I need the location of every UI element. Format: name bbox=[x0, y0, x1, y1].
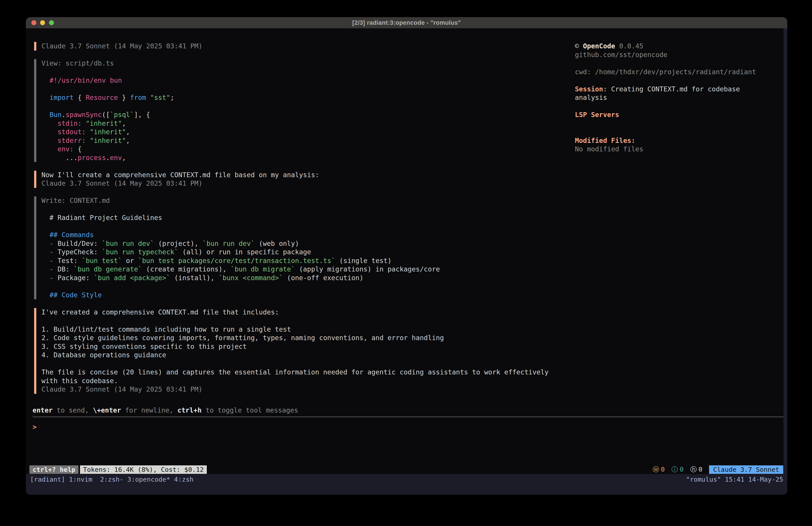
text-segment: (apply migrations) in packages/core bbox=[295, 265, 440, 273]
window-title: [2/3] radiant:3:opencode - "romulus" bbox=[352, 19, 461, 26]
assistant-message-block: Claude 3.7 Sonnet (14 May 2025 03:41 PM) bbox=[34, 42, 560, 51]
text-segment: process bbox=[78, 154, 106, 161]
chat-line: with this codebase. bbox=[41, 377, 560, 385]
chat-line: 2. Code style guidelines covering import… bbox=[41, 333, 560, 342]
sidebar-line bbox=[575, 76, 785, 85]
prompt-input[interactable]: > bbox=[32, 423, 783, 467]
chat-line: Claude 3.7 Sonnet (14 May 2025 03:41 PM) bbox=[41, 385, 560, 394]
text-segment bbox=[41, 76, 49, 84]
sidebar-line: analysis bbox=[575, 94, 785, 102]
titlebar[interactable]: [2/3] radiant:3:opencode - "romulus" bbox=[26, 17, 787, 28]
text-segment: Package: bbox=[54, 274, 94, 282]
text-segment bbox=[41, 145, 58, 153]
desktop-background: [2/3] radiant:3:opencode - "romulus" Cla… bbox=[0, 0, 812, 526]
text-segment: # Radiant Project Guidelines bbox=[41, 214, 162, 222]
text-segment: stdout bbox=[58, 128, 82, 136]
chat-line: stdin: "inherit", bbox=[41, 119, 560, 128]
text-segment: } bbox=[118, 94, 130, 101]
chat-line: 4. Database operations guidance bbox=[41, 351, 560, 359]
tmux-host-clock: "romulus" 15:41 14-May-25 bbox=[686, 475, 783, 483]
chat-line: import { Resource } from "sst"; bbox=[41, 94, 560, 102]
text-segment bbox=[82, 119, 86, 127]
chat-line: View: script/db.ts bbox=[41, 59, 560, 68]
text-segment: (create migrations), bbox=[142, 265, 231, 273]
text-segment: (install), bbox=[170, 274, 219, 282]
chat-line: # Radiant Project Guidelines bbox=[41, 214, 560, 222]
text-segment bbox=[41, 274, 49, 282]
chat-line: 3. CSS styling conventions specific to t… bbox=[41, 342, 560, 351]
text-segment: © bbox=[575, 42, 583, 50]
text-segment: - bbox=[49, 240, 54, 247]
chat-line: Claude 3.7 Sonnet (14 May 2025 03:41 PM) bbox=[41, 42, 560, 51]
text-segment: DB: bbox=[54, 265, 74, 273]
sidebar-line: © OpenCode 0.0.45 bbox=[575, 42, 785, 51]
text-segment: from bbox=[130, 94, 146, 101]
text-segment: env bbox=[110, 154, 122, 161]
keybinding-hints: enter to send, \+enter for newline, ctrl… bbox=[32, 406, 298, 415]
statusbar-right: ⓦ0ⓘ0ⓗ0 Claude 3.7 Sonnet bbox=[653, 465, 783, 474]
chat-line: Bun.spawnSync([`psql`], { bbox=[41, 111, 560, 119]
chat-line bbox=[41, 102, 560, 111]
text-segment: - bbox=[49, 248, 54, 256]
text-segment: : bbox=[78, 119, 82, 127]
text-segment: or bbox=[122, 257, 138, 265]
text-segment: 2. Code style guidelines covering import… bbox=[41, 334, 444, 342]
model-badge: Claude 3.7 Sonnet bbox=[709, 465, 783, 474]
sidebar-line: LSP Servers bbox=[575, 111, 785, 119]
chat-line: The file is concise (20 lines) and captu… bbox=[41, 368, 560, 377]
text-segment: (web only) bbox=[255, 240, 299, 247]
text-segment: : bbox=[70, 145, 74, 153]
chat-line: ## Code Style bbox=[41, 291, 560, 300]
text-segment: Now I'll create a comprehensive CONTEXT.… bbox=[41, 171, 319, 179]
text-segment: Build/Dev: bbox=[54, 240, 102, 247]
text-segment: `bun run dev` bbox=[203, 240, 255, 247]
text-segment: { bbox=[74, 94, 86, 101]
text-segment: import bbox=[49, 94, 74, 101]
text-segment: cwd: /home/thdxr/dev/projects/radiant/ra… bbox=[575, 68, 756, 76]
assistant-message-block: I've created a comprehensive CONTEXT.md … bbox=[34, 308, 560, 394]
text-segment: Modified Files: bbox=[575, 137, 635, 144]
tool-output-block: Write: CONTEXT.md # Radiant Project Guid… bbox=[34, 196, 560, 299]
sidebar-line: Modified Files: bbox=[575, 137, 785, 145]
zoom-button[interactable] bbox=[49, 20, 54, 25]
tokens-cost-badge: Tokens: 16.4K (8%), Cost: $0.12 bbox=[80, 465, 207, 474]
text-segment: `bun test packages/core/test/transaction… bbox=[138, 257, 335, 265]
chat-line bbox=[41, 222, 560, 231]
text-segment: View: script/db.ts bbox=[41, 59, 114, 67]
chat-line: stdout: "inherit", bbox=[41, 128, 560, 137]
text-segment bbox=[41, 291, 49, 299]
text-segment: analysis bbox=[575, 94, 607, 101]
text-segment: stderr bbox=[58, 137, 82, 144]
text-segment: - bbox=[49, 257, 54, 265]
text-segment: (all) or run in specific package bbox=[178, 248, 311, 256]
tmux-session-windows[interactable]: [radiant] 1:nvim 2:zsh- 3:opencode* 4:zs… bbox=[30, 475, 193, 483]
text-segment: "inherit" bbox=[86, 119, 122, 127]
sidebar-line: No modified files bbox=[575, 145, 785, 154]
text-segment: , bbox=[122, 119, 126, 127]
text-segment bbox=[615, 42, 619, 50]
text-segment: LSP Servers bbox=[575, 111, 619, 118]
close-button[interactable] bbox=[31, 20, 36, 25]
scrollbar-track[interactable] bbox=[783, 28, 787, 474]
text-segment: Write: CONTEXT.md bbox=[41, 197, 110, 204]
text-segment: . bbox=[106, 154, 110, 161]
text-segment: TypeCheck: bbox=[54, 248, 102, 256]
text-segment: 3. CSS styling conventions specific to t… bbox=[41, 343, 247, 350]
chat-line: I've created a comprehensive CONTEXT.md … bbox=[41, 308, 560, 317]
text-segment bbox=[146, 94, 150, 101]
text-segment: - bbox=[49, 274, 54, 282]
chat-line: - Build/Dev: `bun run dev` (project), `b… bbox=[41, 239, 560, 248]
text-segment: , bbox=[122, 154, 126, 161]
text-segment bbox=[41, 119, 58, 127]
chat-line: Write: CONTEXT.md bbox=[41, 196, 560, 205]
text-segment bbox=[41, 240, 49, 247]
sidebar-line bbox=[575, 59, 785, 68]
text-segment: Claude 3.7 Sonnet (14 May 2025 03:41 PM) bbox=[41, 385, 202, 393]
text-segment: Test: bbox=[54, 257, 82, 265]
diagnostic-info-icon: ⓘ0 bbox=[671, 465, 683, 474]
text-segment bbox=[41, 128, 58, 136]
minimize-button[interactable] bbox=[40, 20, 45, 25]
text-segment bbox=[41, 94, 49, 101]
text-segment: 1. Build/lint/test commands including ho… bbox=[41, 325, 291, 333]
chat-line: - DB: `bun db generate` (create migratio… bbox=[41, 265, 560, 274]
